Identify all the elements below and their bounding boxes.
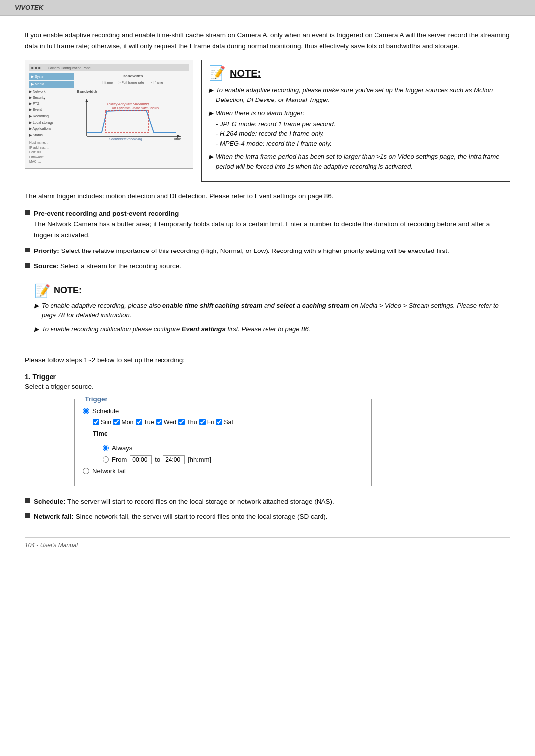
bullet-title-2: Priority: bbox=[34, 247, 59, 254]
from-radio[interactable] bbox=[103, 456, 109, 463]
checkbox-fri[interactable] bbox=[199, 419, 206, 425]
day-thu: Thu bbox=[178, 419, 197, 426]
checkbox-sun[interactable] bbox=[93, 419, 99, 425]
brand-label: VIVOTEK bbox=[15, 4, 43, 11]
label-mon: Mon bbox=[121, 419, 133, 426]
from-label: From bbox=[112, 456, 127, 463]
bullet-square-4 bbox=[25, 498, 30, 503]
steps-intro: Please follow steps 1~2 below to set up … bbox=[25, 355, 510, 366]
always-row: Always bbox=[103, 444, 363, 452]
note-text-1: To enable adaptive recording, please mak… bbox=[216, 85, 503, 104]
bottom-bullet-title-2: Network fail: bbox=[34, 513, 74, 520]
trigger-container: Trigger Schedule Sun bbox=[74, 395, 372, 486]
label-tue: Tue bbox=[144, 419, 154, 426]
note-item-3: ▶ When the Intra frame period has been s… bbox=[209, 152, 503, 171]
bottom-bullet-2: Network fail: Since network fail, the se… bbox=[25, 511, 510, 522]
trigger-section: 1. Trigger Select a trigger source. Trig… bbox=[25, 373, 510, 486]
checkbox-wed[interactable] bbox=[156, 419, 162, 425]
day-sun: Sun bbox=[93, 419, 111, 426]
bullet-content-2: Priority: Select the relative importance… bbox=[34, 246, 449, 256]
svg-rect-4 bbox=[105, 110, 149, 132]
screenshot-body: ▶ System ▶ Media ▶ Network▶ Security▶ PT… bbox=[29, 73, 189, 164]
label-sat: Sat bbox=[224, 419, 233, 426]
footer-text: 104 - User's Manual bbox=[25, 542, 78, 549]
svg-marker-2 bbox=[85, 99, 88, 102]
svg-text:Time: Time bbox=[173, 137, 181, 141]
always-label: Always bbox=[112, 444, 132, 452]
bottom-bullet-content-2: Network fail: Since network fail, the se… bbox=[34, 511, 328, 522]
screenshot-sidebar: ▶ System ▶ Media ▶ Network▶ Security▶ PT… bbox=[29, 73, 74, 164]
note-box-1: 📝 NOTE: ▶ To enable adaptive recording, … bbox=[201, 60, 510, 182]
bottom-bullets: Schedule: The server will start to recor… bbox=[25, 496, 510, 522]
hhmm-label: [hh:mm] bbox=[188, 456, 211, 463]
bullet-title-1: Pre-event recording and post-event recor… bbox=[34, 210, 179, 217]
screenshot-box: ■ ■ ■ Camera Configuration Panel ▶ Syste… bbox=[25, 60, 193, 169]
checkbox-thu[interactable] bbox=[178, 419, 185, 425]
content-area: If you enable adaptive recording and ena… bbox=[0, 16, 535, 568]
note-item-1: ▶ To enable adaptive recording, please m… bbox=[209, 85, 503, 104]
arrow-icon-3: ▶ bbox=[209, 152, 213, 171]
label-fri: Fri bbox=[207, 419, 214, 426]
bullet-square-5 bbox=[25, 513, 30, 518]
bullet-content-1: Pre-event recording and post-event recor… bbox=[34, 208, 510, 241]
bw-label: Bandwidth bbox=[77, 89, 189, 95]
bullet-square-3 bbox=[25, 263, 30, 268]
trigger-subtitle: Select a trigger source. bbox=[25, 383, 510, 390]
always-radio[interactable] bbox=[103, 445, 109, 451]
svg-text:Continuous recording: Continuous recording bbox=[109, 137, 142, 141]
day-sat: Sat bbox=[216, 419, 233, 426]
bullet-text-3: Select a stream for the recording source… bbox=[60, 262, 181, 270]
bandwidth-title: Bandwidth bbox=[77, 73, 189, 79]
intro-text: If you enable adaptive recording and ena… bbox=[25, 30, 510, 51]
note2-item-2: ▶ To enable recording notification pleas… bbox=[34, 324, 501, 334]
svg-text:for Dynamic Frame Rate Control: for Dynamic Frame Rate Control bbox=[112, 106, 159, 110]
trigger-legend: Trigger bbox=[83, 395, 109, 403]
note-item-2: ▶ When there is no alarm trigger: JPEG m… bbox=[209, 108, 503, 148]
bullet-square-1 bbox=[25, 210, 30, 215]
trigger-heading: 1. Trigger bbox=[25, 373, 510, 381]
from-to-row: From to [hh:mm] bbox=[103, 455, 363, 464]
day-fri: Fri bbox=[199, 419, 214, 426]
bullet-title-3: Source: bbox=[34, 262, 58, 270]
bottom-bullet-text-1: The server will start to record files on… bbox=[67, 498, 334, 505]
trigger-fieldset: Trigger Schedule Sun bbox=[74, 395, 372, 486]
note2-text-1: To enable adaptive recording, please als… bbox=[42, 301, 501, 320]
network-fail-row: Network fail bbox=[83, 467, 363, 475]
to-time-input[interactable] bbox=[163, 455, 185, 464]
day-wed: Wed bbox=[156, 419, 176, 426]
network-fail-label: Network fail bbox=[92, 467, 126, 475]
svg-text:Activity Adaptive Streaming: Activity Adaptive Streaming bbox=[106, 102, 149, 106]
note-sublist-1: JPEG mode: record 1 frame per second. H.… bbox=[216, 119, 503, 149]
note-text-2: When there is no alarm trigger: JPEG mod… bbox=[216, 108, 503, 148]
days-container: Sun Mon Tue bbox=[93, 419, 233, 426]
arrow-icon-1: ▶ bbox=[209, 86, 213, 104]
note-title-2: NOTE: bbox=[54, 285, 82, 296]
screenshot-top-bar: ■ ■ ■ Camera Configuration Panel bbox=[29, 64, 189, 71]
screenshot-main: Bandwidth I frame ----> Full frame rate … bbox=[77, 73, 189, 164]
note-sublist-item-3: MPEG-4 mode: record the I frame only. bbox=[216, 139, 503, 149]
arrow-icon-4: ▶ bbox=[34, 302, 39, 320]
checkbox-sat[interactable] bbox=[216, 419, 222, 425]
schedule-radio[interactable] bbox=[83, 408, 89, 414]
arrow-icon-2: ▶ bbox=[209, 109, 213, 148]
label-sun: Sun bbox=[101, 419, 111, 426]
schedule-row: Schedule bbox=[83, 407, 363, 415]
note-header-2: 📝 NOTE: bbox=[34, 284, 501, 297]
note-sublist-item-1: JPEG mode: record 1 frame per second. bbox=[216, 119, 503, 129]
time-label: Time bbox=[93, 430, 107, 437]
bullet-2: Priority: Select the relative importance… bbox=[25, 246, 510, 256]
bottom-bullet-content-1: Schedule: The server will start to recor… bbox=[34, 496, 334, 507]
note-icon-1: 📝 bbox=[209, 66, 226, 80]
day-mon: Mon bbox=[113, 419, 133, 426]
bandwidth-chart: Activity Adaptive Streaming for Dynamic … bbox=[77, 97, 186, 141]
checkbox-mon[interactable] bbox=[113, 419, 120, 425]
schedule-label: Schedule bbox=[92, 407, 119, 415]
checkbox-tue[interactable] bbox=[136, 419, 142, 425]
note2-text-2: To enable recording notification please … bbox=[42, 324, 310, 334]
from-time-input[interactable] bbox=[130, 455, 152, 464]
bullet-content-3: Source: Select a stream for the recordin… bbox=[34, 261, 181, 272]
bandwidth-subtitle: I frame ----> Full frame rate ----> I fr… bbox=[77, 80, 189, 86]
note-header-1: 📝 NOTE: bbox=[209, 66, 503, 80]
network-fail-radio[interactable] bbox=[83, 468, 89, 474]
note-icon-2: 📝 bbox=[34, 284, 50, 297]
